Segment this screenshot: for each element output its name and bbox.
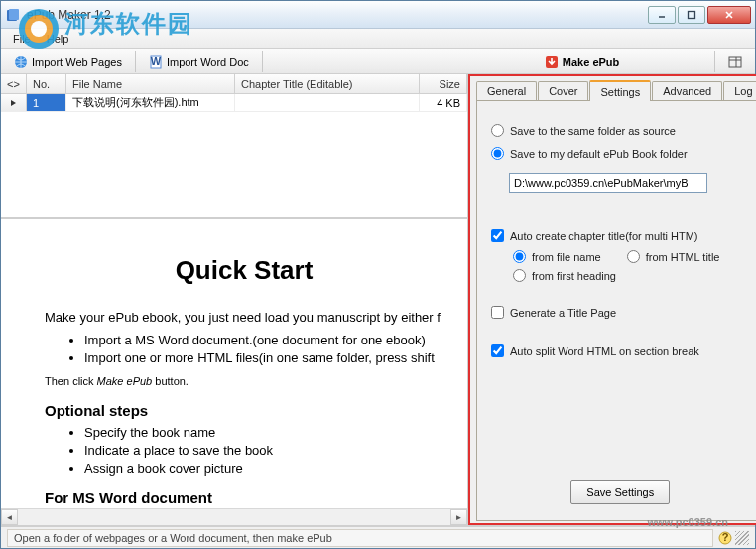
- preview-subheading: For MS Word document: [45, 489, 443, 506]
- radio-input[interactable]: [513, 269, 526, 282]
- svg-rect-1: [9, 9, 19, 20]
- col-chapter-title[interactable]: Chapter Title (Editable): [235, 74, 420, 93]
- cell-no: 1: [27, 94, 66, 111]
- list-item: Specify the book name: [84, 425, 443, 440]
- save-settings-button[interactable]: Save Settings: [570, 480, 670, 504]
- list-item: Import one or more HTML files(in one sam…: [84, 350, 443, 365]
- tab-advanced[interactable]: Advanced: [652, 81, 722, 100]
- check-auto-split-word[interactable]: Auto split Word HTML on section break: [491, 344, 750, 357]
- table-row[interactable]: 1 下载说明(河东软件园).htm 4 KB: [1, 94, 467, 112]
- preview-text: Make your ePub ebook, you just need load…: [45, 310, 443, 325]
- col-filename[interactable]: File Name: [66, 74, 235, 93]
- radio-label: Save to my default ePub Book folder: [510, 148, 688, 160]
- svg-rect-3: [689, 11, 695, 18]
- pane-icon: [728, 55, 742, 69]
- radio-label: from file name: [532, 251, 601, 263]
- svg-rect-10: [729, 57, 741, 67]
- scroll-right-button[interactable]: ►: [450, 509, 467, 525]
- radio-save-default-folder[interactable]: Save to my default ePub Book folder: [491, 147, 750, 160]
- resize-grip[interactable]: [735, 531, 749, 545]
- radio-input[interactable]: [627, 250, 640, 263]
- check-label: Auto create chapter title(for multi HTM): [510, 230, 698, 242]
- word-doc-icon: W: [149, 55, 163, 69]
- radio-label: Save to the same folder as source: [510, 125, 676, 137]
- radio-from-first-heading[interactable]: from first heading: [513, 269, 616, 282]
- tab-cover[interactable]: Cover: [538, 81, 588, 100]
- close-button[interactable]: [707, 6, 751, 24]
- check-label: Generate a Title Page: [510, 307, 616, 319]
- radio-label: from HTML title: [646, 251, 720, 263]
- globe-icon: [14, 55, 28, 69]
- svg-text:?: ?: [722, 531, 729, 543]
- toolbar: Import Web Pages W Import Word Doc Make …: [1, 49, 755, 74]
- maximize-button[interactable]: [678, 6, 705, 24]
- toggle-pane-button[interactable]: [719, 51, 751, 72]
- tab-general[interactable]: General: [476, 81, 537, 100]
- import-web-pages-button[interactable]: Import Web Pages: [5, 51, 131, 72]
- make-epub-button[interactable]: Make ePub: [536, 51, 628, 72]
- status-text: Open a folder of webpages or a Word docu…: [7, 529, 713, 547]
- radio-from-html-title[interactable]: from HTML title: [627, 250, 720, 263]
- radio-from-file-name[interactable]: from file name: [513, 250, 601, 263]
- menubar: File Help: [1, 29, 755, 49]
- tabstrip: General Cover Settings Advanced Log: [476, 78, 756, 100]
- import-word-label: Import Word Doc: [167, 56, 249, 68]
- svg-text:W: W: [151, 55, 162, 67]
- app-window: ePub Maker 1.2 File Help Import Web Page…: [0, 0, 756, 549]
- row-handle[interactable]: [1, 94, 27, 111]
- radio-save-same-folder[interactable]: Save to the same folder as source: [491, 124, 750, 137]
- tab-body: Save to the same folder as source Save t…: [476, 100, 756, 521]
- toolbar-separator: [714, 51, 715, 72]
- list-item: Assign a book cover picture: [84, 461, 443, 476]
- import-word-doc-button[interactable]: W Import Word Doc: [140, 51, 258, 72]
- help-icon[interactable]: ?: [717, 530, 733, 546]
- menu-help[interactable]: Help: [39, 31, 77, 47]
- check-generate-title-page[interactable]: Generate a Title Page: [491, 306, 750, 319]
- check-auto-chapter-title[interactable]: Auto create chapter title(for multi HTM): [491, 229, 750, 242]
- toolbar-separator: [135, 51, 136, 72]
- preview-text: Then click Make ePub button.: [45, 373, 443, 388]
- col-no[interactable]: No.: [27, 74, 66, 93]
- row-indicator-icon: [10, 99, 18, 107]
- menu-file[interactable]: File: [5, 31, 39, 47]
- check-label: Auto split Word HTML on section break: [510, 345, 699, 357]
- import-web-label: Import Web Pages: [32, 56, 122, 68]
- minimize-button[interactable]: [648, 6, 676, 24]
- left-pane: <> No. File Name Chapter Title (Editable…: [1, 74, 468, 525]
- scroll-track[interactable]: [18, 509, 450, 525]
- window-title: ePub Maker 1.2: [27, 8, 648, 22]
- preview-subheading: Optional steps: [45, 402, 443, 419]
- radio-input[interactable]: [491, 124, 504, 137]
- download-icon: [545, 55, 559, 69]
- radio-input[interactable]: [491, 147, 504, 160]
- col-size[interactable]: Size: [420, 74, 467, 93]
- radio-input[interactable]: [513, 250, 526, 263]
- scroll-left-button[interactable]: ◄: [1, 509, 18, 525]
- make-epub-label: Make ePub: [563, 56, 619, 68]
- list-item: Indicate a place to save the book: [84, 443, 443, 458]
- checkbox-input[interactable]: [491, 229, 504, 242]
- grid-header: <> No. File Name Chapter Title (Editable…: [1, 74, 467, 94]
- radio-label: from first heading: [532, 270, 616, 282]
- cell-filename: 下载说明(河东软件园).htm: [66, 94, 235, 111]
- grid-empty-area[interactable]: [1, 112, 467, 217]
- tab-log[interactable]: Log: [723, 81, 756, 100]
- preview-pane: Quick Start Make your ePub ebook, you ju…: [1, 218, 467, 525]
- col-reorder[interactable]: <>: [1, 74, 27, 93]
- titlebar[interactable]: ePub Maker 1.2: [1, 1, 755, 29]
- checkbox-input[interactable]: [491, 344, 504, 357]
- settings-panel: General Cover Settings Advanced Log Save…: [468, 74, 756, 525]
- list-item: Import a MS Word document.(one document …: [84, 333, 443, 347]
- default-folder-path-input[interactable]: [509, 173, 707, 193]
- app-icon: [5, 7, 21, 23]
- cell-size: 4 KB: [420, 94, 467, 111]
- preview-heading: Quick Start: [45, 255, 443, 286]
- horizontal-scrollbar[interactable]: ◄ ►: [1, 508, 467, 525]
- statusbar: Open a folder of webpages or a Word docu…: [1, 526, 755, 548]
- toolbar-separator: [262, 51, 263, 72]
- cell-title[interactable]: [235, 94, 420, 111]
- file-grid: <> No. File Name Chapter Title (Editable…: [1, 74, 467, 218]
- checkbox-input[interactable]: [491, 306, 504, 319]
- tab-settings[interactable]: Settings: [589, 80, 651, 101]
